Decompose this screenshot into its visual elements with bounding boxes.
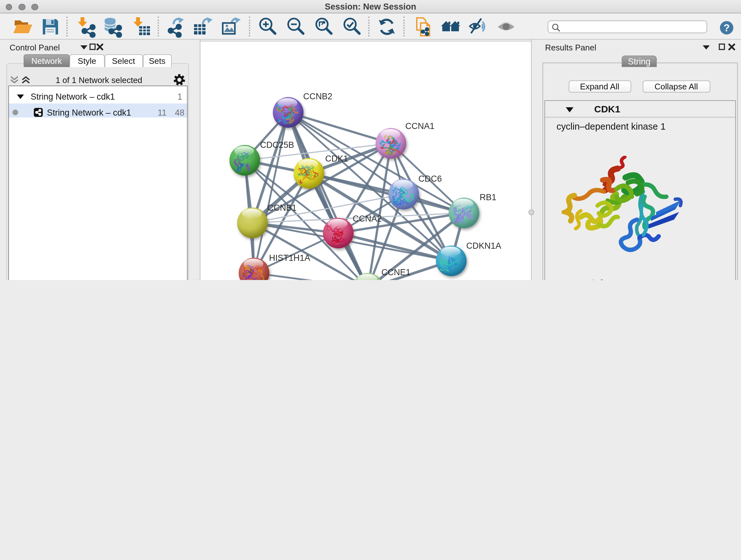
svg-text:CCNB2: CCNB2 <box>303 91 333 101</box>
svg-text:CDC6: CDC6 <box>418 174 442 184</box>
svg-text:CCNA1: CCNA1 <box>405 121 434 131</box>
svg-text:CCNA2: CCNA2 <box>353 214 382 224</box>
svg-text:RB1: RB1 <box>480 192 496 202</box>
svg-text:CDK1: CDK1 <box>325 154 348 164</box>
svg-text:CDKN1A: CDKN1A <box>466 241 501 251</box>
svg-text:CDC25B: CDC25B <box>260 140 294 150</box>
svg-text:CCNB1: CCNB1 <box>267 203 297 212</box>
svg-text:CCNE1: CCNE1 <box>381 267 411 277</box>
svg-text:HIST1H1A: HIST1H1A <box>269 253 310 263</box>
